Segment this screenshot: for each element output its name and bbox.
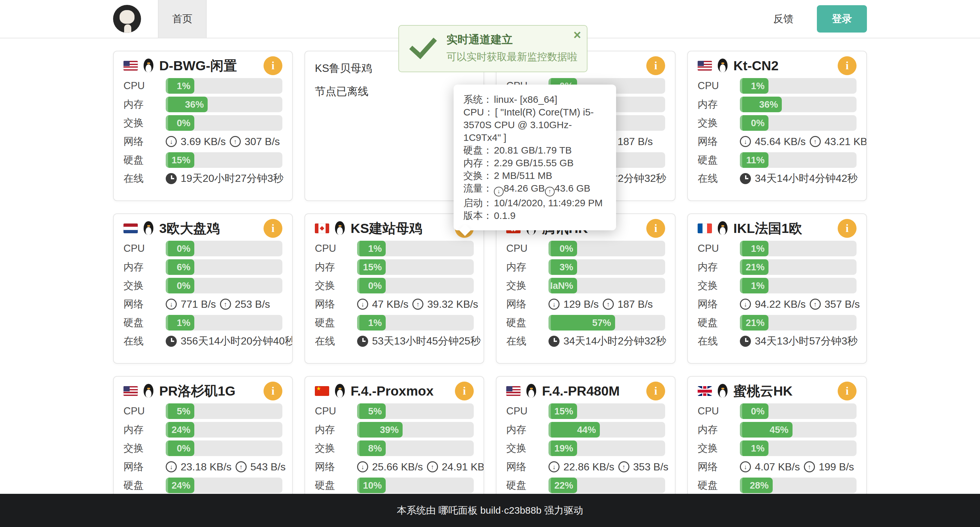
tab-home[interactable]: 首页 [158,0,207,38]
stat-row-network: 网络↓23.18 KB/s↑543 B/s [124,459,282,474]
cpu-usage-bar: 5% [166,403,282,419]
stat-label-swap: 交换 [506,441,549,455]
stat-row-memory: 内存6% [124,259,282,275]
network-download-value: 25.66 KB/s [372,461,423,473]
stat-row-online: 在线356天14小时20分钟40秒 [124,334,282,349]
swap-usage-fill: NaN% [549,278,577,294]
stat-label-online: 在线 [698,334,740,348]
linux-icon [717,221,728,236]
swap-usage-fill: 1% [740,441,768,456]
flag-us-icon [698,61,712,70]
penguin-beak [147,62,150,64]
info-icon[interactable]: i [838,219,856,238]
linux-icon [717,59,728,73]
network-value: ↓22.86 KB/s↑353 B/s [549,461,668,473]
stat-label-cpu: CPU [698,243,740,254]
server-card: IKL法国1欧iCPU1%内存21%交换1%网络↓94.22 KB/s↑357 … [687,213,867,364]
info-icon[interactable]: i [264,382,282,401]
download-icon: ↓ [740,136,751,147]
clock-icon [740,173,751,184]
download-icon: ↓ [740,461,751,472]
disk-usage-value: 1% [177,318,191,328]
disk-usage-bar: 11% [740,152,856,168]
stat-row-disk: 硬盘21% [698,315,856,331]
linux-icon [143,59,154,73]
disk-usage-fill: 1% [357,315,386,331]
stat-label-memory: 内存 [124,260,166,274]
online-duration-value: 53天13小时45分钟25秒 [372,334,480,348]
swap-usage-fill: 8% [357,441,386,456]
online-value: 34天14小时2分钟32秒 [549,334,667,348]
memory-usage-bar: 3% [549,259,665,275]
stat-row-network: 网络↓3.69 KB/s↑307 B/s [124,134,282,149]
stat-row-memory: 内存24% [124,422,282,438]
memory-usage-bar: 39% [357,422,474,438]
stat-row-online: 在线34天14小时2分钟32秒 [506,334,665,349]
stat-row-network: 网络↓94.22 KB/s↑357 B/s [698,296,856,312]
memory-usage-value: 36% [185,99,204,110]
stat-row-memory: 内存36% [124,97,282,112]
network-upload-value: 543 B/s [251,461,286,473]
info-icon[interactable]: i [455,382,474,401]
upload-icon: ↑ [545,187,555,196]
memory-usage-value: 6% [177,262,191,273]
login-button[interactable]: 登录 [817,5,867,32]
stat-row-memory: 内存45% [698,422,856,438]
info-icon[interactable]: i [264,219,282,238]
online-duration-value: 34天13小时57分钟3秒 [755,334,858,348]
network-download-value: 94.22 KB/s [755,298,806,310]
info-icon[interactable]: i [646,56,665,75]
feedback-link[interactable]: 反馈 [773,12,794,26]
toast-text-block: 实时通道建立 可以实时获取最新监控数据啦 [447,32,578,64]
server-card: D-BWG-闲置iCPU1%内存36%交换0%网络↓3.69 KB/s↑307 … [113,51,293,201]
server-card-title: 蜜桃云HKi [698,382,856,400]
close-icon[interactable]: × [574,28,581,42]
penguin-beak [721,225,724,227]
stat-label-online: 在线 [506,334,549,348]
memory-usage-fill: 39% [357,422,402,438]
stat-row-swap: 交换19% [506,441,665,456]
stat-row-memory: 内存39% [315,422,474,438]
realtime-toast: 实时通道建立 可以实时获取最新监控数据啦 × [398,25,587,72]
memory-usage-bar: 24% [166,422,282,438]
swap-usage-value: 0% [751,118,765,128]
info-icon[interactable]: i [646,219,665,238]
stat-label-disk: 硬盘 [506,479,549,492]
info-icon[interactable]: i [838,382,856,401]
network-value: ↓23.18 KB/s↑543 B/s [166,461,286,473]
stat-label-memory: 内存 [124,423,166,436]
network-upload-value: 253 B/s [235,298,270,310]
cpu-usage-value: 5% [368,406,382,417]
server-name: F.4.-PR480M [542,383,620,399]
swap-usage-fill: 0% [166,441,194,456]
online-value: 19天20小时27分钟3秒 [166,171,284,186]
memory-usage-fill: 6% [166,259,194,275]
swap-usage-fill: 0% [357,278,386,294]
cpu-usage-value: 0% [751,406,765,417]
memory-usage-bar: 36% [166,97,282,112]
swap-usage-value: 19% [554,443,573,454]
info-icon[interactable]: i [646,382,665,401]
stat-row-disk: 硬盘11% [698,152,856,168]
navbar-right: 反馈 登录 [773,5,867,32]
stat-label-disk: 硬盘 [124,316,166,329]
brand-logo-octocat-icon[interactable] [113,5,141,33]
stat-row-cpu: CPU1% [315,241,474,256]
stat-label-disk: 硬盘 [506,316,549,329]
info-icon[interactable]: i [264,56,282,75]
network-value: ↓47 KB/s↑39.32 KB/s [357,298,478,310]
stat-label-swap: 交换 [698,116,740,130]
disk-usage-fill: 15% [166,152,194,168]
server-card-title: F.4.-Proxmoxi [315,382,474,400]
stat-label-disk: 硬盘 [698,316,740,329]
disk-usage-fill: 24% [166,477,194,493]
network-upload-value: 199 B/s [819,461,854,473]
info-icon[interactable]: i [838,56,856,75]
stat-row-network: 网络↓45.64 KB/s↑43.21 KB/s [698,134,856,149]
disk-usage-value: 15% [172,155,191,166]
cpu-usage-fill: 1% [740,241,768,256]
stat-label-cpu: CPU [506,243,549,254]
stat-row-network: 网络↓25.66 KB/s↑24.91 KB/s [315,459,474,474]
network-value: ↓45.64 KB/s↑43.21 KB/s [740,136,867,148]
server-card: KS建站母鸡iCPU1%内存15%交换0%网络↓47 KB/s↑39.32 KB… [304,213,484,364]
